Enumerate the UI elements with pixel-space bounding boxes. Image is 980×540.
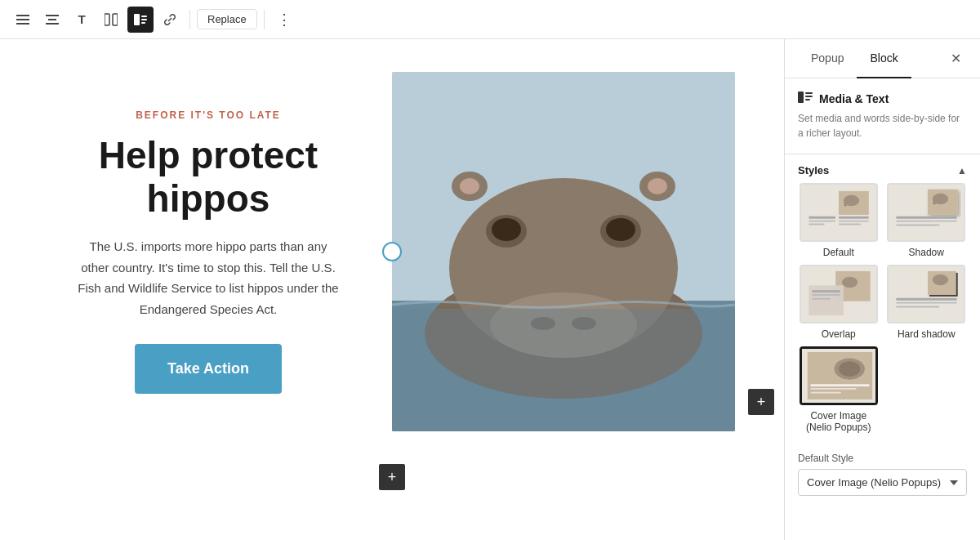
take-action-button[interactable]: Take Action [135,344,282,394]
style-option-overlap[interactable]: Overlap [798,265,880,340]
styles-label: Styles [798,164,829,176]
link-icon[interactable] [157,7,183,33]
replace-button[interactable]: Replace [197,9,257,29]
styles-collapse-icon[interactable]: ▲ [957,165,967,176]
svg-rect-64 [810,384,869,386]
toolbar-separator-2 [264,10,265,29]
svg-rect-53 [812,298,831,300]
toolbar-separator [189,10,190,29]
svg-point-20 [492,218,521,241]
style-label-hard-shadow: Hard shadow [898,328,956,340]
svg-rect-28 [798,91,804,103]
resize-handle[interactable] [382,242,402,261]
svg-rect-49 [808,285,844,315]
add-block-bottom-button[interactable]: + [379,464,405,490]
svg-rect-66 [810,392,840,394]
style-thumb-shadow [887,183,965,242]
svg-rect-5 [46,23,59,25]
tab-block[interactable]: Block [857,39,911,78]
default-style-label: Default Style [798,453,967,464]
styles-grid: Default [785,183,980,446]
svg-rect-44 [896,216,957,219]
svg-rect-11 [141,22,145,24]
align-icon[interactable] [39,7,65,33]
svg-point-43 [933,194,948,205]
svg-rect-35 [839,216,869,219]
before-label: BEFORE IT'S TOO LATE [49,109,368,121]
svg-rect-52 [812,294,840,296]
styles-section-header: Styles ▲ [785,154,980,183]
close-panel-button[interactable]: ✕ [944,47,967,70]
svg-rect-31 [805,99,810,100]
svg-rect-37 [839,224,861,225]
svg-rect-27 [392,309,735,431]
svg-point-22 [606,218,635,241]
svg-rect-40 [808,224,824,225]
image-column: + [392,72,735,431]
svg-rect-45 [896,221,957,222]
style-option-cover-image[interactable]: Cover Image(Nelio Popups) [798,346,880,433]
block-type-description: Set media and words side-by-side for a r… [798,111,967,141]
default-style-select[interactable]: Cover Image (Nelio Popups) Default Shado… [798,469,967,496]
right-panel: Popup Block ✕ Media & Text Set media and… [784,39,980,540]
svg-rect-8 [134,14,140,25]
svg-rect-9 [141,16,147,17]
style-option-shadow[interactable]: Shadow [886,183,968,258]
style-thumb-cover-image [800,346,878,405]
style-option-hard-shadow[interactable]: Hard shadow [886,265,968,340]
svg-point-57 [933,274,948,286]
panel-header: Popup Block ✕ [785,39,980,78]
block-type-icon [798,91,813,106]
svg-rect-59 [896,302,957,304]
svg-rect-30 [805,96,813,97]
style-option-default[interactable]: Default [798,183,880,258]
svg-rect-58 [896,298,957,301]
columns-icon[interactable] [98,7,124,33]
svg-point-26 [648,178,667,194]
svg-rect-10 [141,19,147,20]
more-options-icon[interactable]: ⋮ [271,7,297,33]
svg-rect-51 [812,290,840,292]
tab-popup[interactable]: Popup [798,39,857,78]
style-label-default: Default [823,247,854,258]
toolbar: T Replace ⋮ [0,0,980,39]
style-thumb-overlap [800,265,878,324]
svg-rect-39 [808,221,835,222]
add-block-bottom-area: + [379,464,405,490]
text-size-icon[interactable]: T [69,7,95,33]
svg-rect-1 [16,19,29,20]
svg-point-34 [844,195,859,207]
svg-rect-3 [46,15,59,16]
main-layout: BEFORE IT'S TOO LATE Help protect hippos… [0,39,980,540]
style-thumb-hard-shadow [887,265,965,324]
svg-rect-29 [805,92,813,94]
svg-rect-2 [16,23,29,25]
panel-tabs: Popup Block [798,39,911,78]
body-text: The U.S. imports more hippo parts than a… [78,236,339,319]
svg-point-24 [460,178,479,194]
media-text-block: BEFORE IT'S TOO LATE Help protect hippos… [49,72,735,431]
style-label-shadow: Shadow [909,247,944,258]
svg-rect-46 [896,225,939,226]
hippo-image [392,72,735,431]
default-style-section: Default Style Cover Image (Nelio Popups)… [785,446,980,509]
svg-rect-60 [896,306,939,308]
svg-rect-6 [105,14,109,25]
style-thumb-default [800,183,878,242]
block-type-name: Media & Text [819,92,889,105]
list-view-icon[interactable] [10,7,36,33]
svg-rect-65 [810,388,856,390]
media-text-icon[interactable] [127,7,154,33]
text-column: BEFORE IT'S TOO LATE Help protect hippos… [49,93,392,411]
add-block-inline-button[interactable]: + [748,389,774,415]
svg-point-63 [839,361,860,377]
block-type-header: Media & Text [798,91,967,106]
svg-rect-4 [48,19,56,20]
style-label-cover-image: Cover Image(Nelio Popups) [806,410,871,433]
svg-rect-36 [839,221,869,222]
block-type-section: Media & Text Set media and words side-by… [785,78,980,154]
svg-rect-38 [808,216,835,219]
svg-rect-0 [16,15,29,16]
svg-point-50 [842,277,858,288]
editor-area: BEFORE IT'S TOO LATE Help protect hippos… [0,39,784,540]
